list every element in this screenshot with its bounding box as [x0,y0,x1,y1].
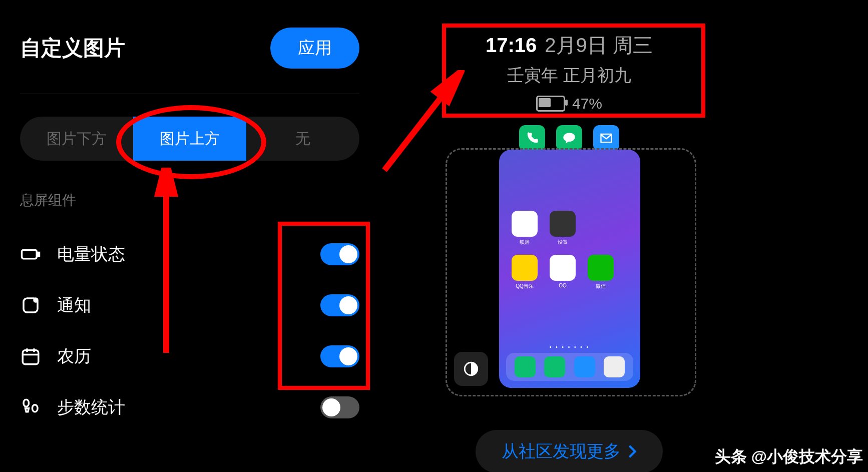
more-from-community-link[interactable]: 从社区发现更多 [476,430,663,472]
toggle-steps[interactable] [320,396,359,418]
header: 自定义图片 应用 [20,0,359,94]
segment-none[interactable]: 无 [246,117,359,161]
apply-button[interactable]: 应用 [270,28,359,69]
app-settings-label: 设置 [548,239,577,246]
settings-panel-left: 自定义图片 应用 图片下方 图片上方 无 息屏组件 电量状态 通知 [0,0,379,472]
row-lunar[interactable]: 农历 [20,331,359,382]
image-preview-box[interactable]: 锁屏 设置 QQ音乐 QQ 微信 • • • • • • • [446,148,696,396]
phone-icon [519,125,545,151]
aod-preview: 17:162月9日 周三 壬寅年 正月初九 47% [379,32,759,151]
app-qq-label: QQ [548,283,577,288]
battery-level-icon [536,96,565,112]
app-lock-label: 锁屏 [510,239,539,246]
row-steps[interactable]: 步数统计 [20,382,359,433]
aod-battery-row: 47% [379,95,759,112]
segment-above[interactable]: 图片上方 [133,117,246,161]
aod-time: 17:16 [486,34,537,56]
row-label: 农历 [57,345,320,368]
toggle-battery[interactable] [320,243,359,265]
steps-icon [20,397,41,418]
section-label: 息屏组件 [20,191,359,210]
battery-icon [20,244,41,265]
position-segment: 图片下方 图片上方 无 [20,117,359,161]
preview-panel-right: 17:162月9日 周三 壬寅年 正月初九 47% [379,0,759,472]
contrast-button[interactable] [454,352,488,386]
row-label: 电量状态 [57,243,320,266]
app-wechat-label: 微信 [586,283,615,290]
row-label: 步数统计 [57,396,320,419]
preview-page-dots: • • • • • • • [499,344,640,350]
mail-icon [593,125,619,151]
message-icon [556,125,582,151]
notify-icon [20,295,41,316]
position-segment-wrap: 图片下方 图片上方 无 [20,94,359,180]
preview-dock [506,353,633,381]
row-battery[interactable]: 电量状态 [20,229,359,280]
preview-app-grid: 锁屏 设置 QQ音乐 QQ 微信 [510,211,615,290]
aod-lunar: 壬寅年 正月初九 [379,64,759,87]
svg-rect-0 [22,250,37,259]
more-link-wrap: 从社区发现更多 [379,430,759,472]
calendar-icon [20,346,41,367]
row-label: 通知 [57,294,320,317]
toggle-lunar[interactable] [320,345,359,367]
toggle-notify[interactable] [320,294,359,316]
row-notify[interactable]: 通知 [20,280,359,331]
watermark: 头条 @小俊技术分享 [715,446,863,468]
svg-rect-4 [23,350,39,364]
app-qqmusic-label: QQ音乐 [510,283,539,290]
wallpaper-preview: 锁屏 设置 QQ音乐 QQ 微信 • • • • • • • [499,150,640,388]
chevron-right-icon [628,444,637,458]
page-title: 自定义图片 [20,34,125,62]
svg-rect-1 [38,253,40,256]
aod-battery-pct: 47% [572,95,602,112]
aod-line1: 17:162月9日 周三 [379,32,759,59]
more-link-label: 从社区发现更多 [502,440,621,463]
aod-date: 2月9日 周三 [545,34,653,56]
segment-below[interactable]: 图片下方 [20,117,133,161]
svg-point-3 [33,297,39,303]
aod-notif-icons [379,125,759,151]
